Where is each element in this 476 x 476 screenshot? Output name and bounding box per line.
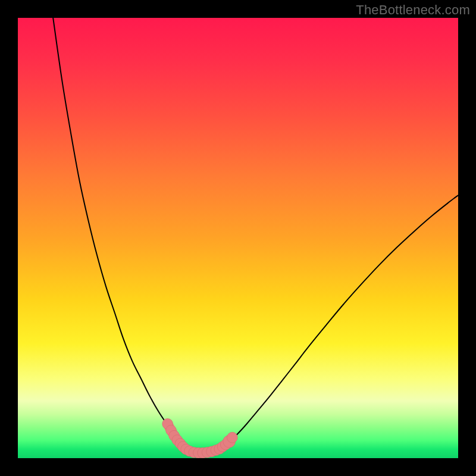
chart-frame: TheBottleneck.com [0,0,476,476]
bottleneck-curve-path [53,18,458,453]
watermark-text: TheBottleneck.com [356,2,470,18]
bottleneck-curve [53,18,458,453]
plot-area [18,18,458,458]
curves-layer [18,18,458,458]
data-markers [162,418,238,458]
marker-dot [227,432,238,443]
